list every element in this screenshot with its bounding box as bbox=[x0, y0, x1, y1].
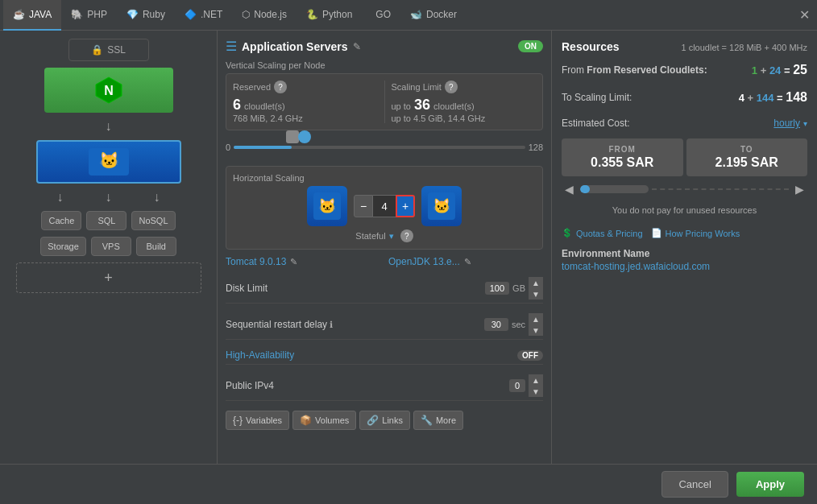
nginx-icon: N bbox=[93, 74, 125, 106]
ipv4-down-button[interactable]: ▼ bbox=[529, 386, 543, 397]
sequential-down-button[interactable]: ▼ bbox=[529, 324, 543, 336]
slider-fill bbox=[234, 146, 292, 149]
tab-net[interactable]: 🔷 .NET bbox=[175, 0, 232, 31]
reserved-cloudlets-value: 1 + 24 = 25 bbox=[752, 63, 807, 77]
scaling-limit-title: Scaling Limit ? bbox=[392, 81, 537, 93]
stateful-dropdown[interactable]: ▾ bbox=[389, 231, 394, 242]
tab-go[interactable]: GO bbox=[362, 0, 400, 31]
estimated-cost-value: hourly ▾ bbox=[773, 118, 807, 129]
from-label: FROM bbox=[568, 145, 677, 154]
vps-button[interactable]: VPS bbox=[91, 237, 131, 256]
tab-nodejs[interactable]: ⬡ Node.js bbox=[232, 0, 297, 31]
how-pricing-works-link[interactable]: 📄 How Pricing Works bbox=[651, 228, 740, 238]
more-icon: 🔧 bbox=[421, 415, 433, 426]
price-section: FROM 0.355 SAR TO 2.195 SAR bbox=[562, 138, 807, 176]
reserved-plus: + bbox=[761, 64, 767, 76]
sequential-num: 30 bbox=[484, 318, 508, 331]
right-panel: Resources 1 cloudlet = 128 MiB + 400 MHz… bbox=[551, 31, 817, 464]
tab-python[interactable]: 🐍 Python bbox=[297, 0, 362, 31]
tomcat-icon: 🐱 bbox=[89, 148, 129, 176]
disk-up-button[interactable]: ▲ bbox=[529, 277, 543, 288]
tab-docker[interactable]: 🐋 Docker bbox=[400, 0, 467, 31]
ipv4-up-button[interactable]: ▲ bbox=[529, 374, 543, 386]
software-row: Tomcat 9.0.13 ✎ OpenJDK 13.e... ✎ bbox=[226, 256, 543, 267]
nginx-button[interactable]: N bbox=[44, 68, 173, 113]
disk-down-button[interactable]: ▼ bbox=[529, 288, 543, 300]
progress-left-arrow[interactable]: ◀ bbox=[562, 183, 577, 196]
horizontal-scaling-section: Horizontal Scaling 🐱 − 4 + bbox=[226, 166, 543, 250]
slider-thumb-reserved[interactable] bbox=[286, 130, 299, 143]
ha-toggle[interactable]: OFF bbox=[517, 350, 543, 361]
progress-right-arrow[interactable]: ▶ bbox=[792, 183, 807, 196]
tab-java[interactable]: ☕ JAVA bbox=[3, 0, 61, 31]
app-servers-header: ☰ Application Servers ✎ ON bbox=[226, 39, 543, 54]
app-servers-edit-icon[interactable]: ✎ bbox=[353, 41, 361, 52]
openjdk-edit-icon[interactable]: ✎ bbox=[464, 257, 471, 267]
cancel-button[interactable]: Cancel bbox=[661, 471, 728, 498]
more-tab[interactable]: 🔧 More bbox=[413, 411, 463, 430]
high-availability-link[interactable]: High-Availability bbox=[226, 349, 294, 361]
sequential-stepper: ▲ ▼ bbox=[529, 313, 543, 336]
scaling-box: Reserved ? 6 cloudlet(s) 768 MiB, 2.4 GH… bbox=[226, 73, 543, 130]
resources-subtitle: 1 cloudlet = 128 MiB + 400 MHz bbox=[681, 43, 807, 52]
estimated-cost-label: Estimated Cost: bbox=[562, 118, 666, 129]
reserved-cloudlets-row: From From Reserved Cloudlets: 1 + 24 = 2… bbox=[562, 60, 807, 81]
add-node-button[interactable]: + bbox=[16, 262, 201, 293]
slider-max: 128 bbox=[529, 143, 543, 152]
ipv4-value: 0 ▲ ▼ bbox=[509, 374, 543, 397]
apply-button[interactable]: Apply bbox=[736, 472, 804, 497]
sequential-restart-label: Sequential restart delay ℹ bbox=[226, 319, 484, 330]
disk-limit-row: Disk Limit 100 GB ▲ ▼ bbox=[226, 274, 543, 304]
hourly-link[interactable]: hourly bbox=[773, 118, 800, 129]
ipv4-num: 0 bbox=[509, 379, 525, 392]
reserved-title: Reserved ? bbox=[233, 81, 378, 93]
bottom-tabs: {-} Variables 📦 Volumes 🔗 Links 🔧 More bbox=[226, 411, 543, 430]
ssl-box[interactable]: 🔒 SSL bbox=[68, 39, 149, 61]
scaling-limit-help-icon[interactable]: ? bbox=[445, 81, 458, 93]
from-price-box: FROM 0.355 SAR bbox=[562, 138, 683, 176]
sequential-up-button[interactable]: ▲ bbox=[529, 313, 543, 324]
svg-text:N: N bbox=[104, 84, 114, 97]
build-button[interactable]: Build bbox=[136, 237, 176, 256]
close-button[interactable]: ✕ bbox=[796, 6, 812, 23]
java-server-button[interactable]: 🐱 bbox=[36, 140, 181, 184]
slider-thumb-limit[interactable] bbox=[298, 130, 311, 143]
reserved-equals: = bbox=[784, 64, 793, 76]
stateful-label: Stateful bbox=[355, 231, 385, 241]
reserved-value: 6 bbox=[233, 97, 241, 114]
reserved-sub: 768 MiB, 2.4 GHz bbox=[233, 114, 378, 123]
sequential-help-icon[interactable]: ℹ bbox=[330, 320, 333, 329]
disk-limit-label: Disk Limit bbox=[226, 283, 485, 294]
reserved-help-icon[interactable]: ? bbox=[274, 81, 287, 93]
sequential-value: 30 sec ▲ ▼ bbox=[484, 313, 543, 336]
storage-button[interactable]: Storage bbox=[40, 237, 86, 256]
java-icon: ☕ bbox=[13, 9, 25, 20]
to-value: 2.195 SAR bbox=[693, 155, 802, 170]
volumes-tab[interactable]: 📦 Volumes bbox=[292, 411, 356, 430]
svg-text:🐱: 🐱 bbox=[98, 151, 118, 170]
nosql-button[interactable]: NoSQL bbox=[131, 211, 175, 230]
sequential-restart-row: Sequential restart delay ℹ 30 sec ▲ ▼ bbox=[226, 310, 543, 340]
h-count-minus-button[interactable]: − bbox=[354, 195, 373, 217]
toggle-on[interactable]: ON bbox=[518, 40, 543, 52]
sql-button[interactable]: SQL bbox=[86, 211, 126, 230]
h-count-plus-button[interactable]: + bbox=[396, 195, 415, 217]
tab-php[interactable]: 🐘 PHP bbox=[61, 0, 117, 31]
cost-dropdown-arrow[interactable]: ▾ bbox=[803, 119, 807, 128]
variables-tab[interactable]: {-} Variables bbox=[226, 411, 289, 430]
quotas-pricing-link[interactable]: 💲 Quotas & Pricing bbox=[562, 228, 643, 238]
h-scaling-row: 🐱 − 4 + 🐱 bbox=[233, 186, 536, 226]
slider-track[interactable] bbox=[234, 146, 525, 149]
links-icon: 🔗 bbox=[367, 415, 379, 426]
tomcat-edit-icon[interactable]: ✎ bbox=[290, 257, 297, 267]
footer: Cancel Apply bbox=[0, 464, 817, 504]
cache-button[interactable]: Cache bbox=[41, 211, 81, 230]
unused-resources-note: You do not pay for unused resources bbox=[562, 202, 807, 218]
h-node-right-button[interactable]: 🐱 bbox=[421, 186, 462, 226]
links-tab[interactable]: 🔗 Links bbox=[359, 411, 410, 430]
middle-panel: ☰ Application Servers ✎ ON Vertical Scal… bbox=[218, 31, 551, 464]
h-node-left-button[interactable]: 🐱 bbox=[307, 186, 347, 226]
stateful-help-icon[interactable]: ? bbox=[400, 229, 413, 242]
tab-ruby[interactable]: 💎 Ruby bbox=[117, 0, 175, 31]
left-panel: 🔒 SSL N ↓ bbox=[0, 31, 218, 464]
